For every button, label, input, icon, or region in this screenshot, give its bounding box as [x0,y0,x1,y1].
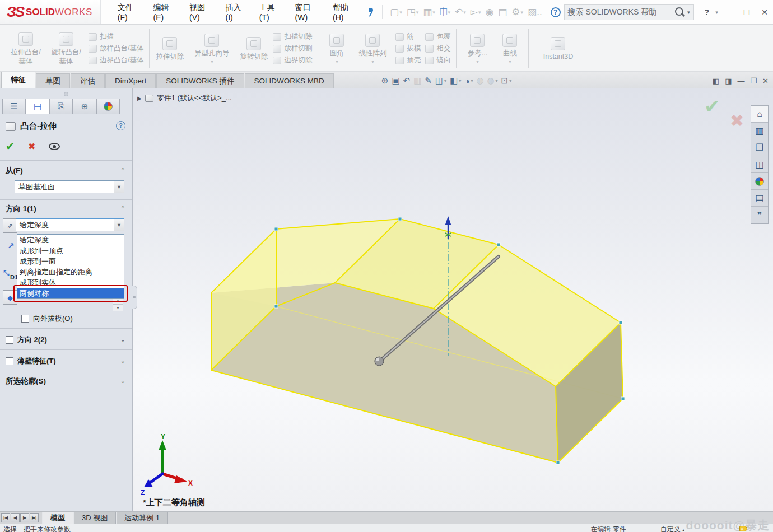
zoom-fit-icon[interactable]: ⊕ [381,76,389,86]
sweep-cut-button[interactable]: 扫描切除 [273,32,312,41]
from-combobox[interactable]: 草图基准面 ▼ [15,180,124,193]
tab-last-icon[interactable]: ▶| [30,513,39,522]
3d-drawing-view-icon[interactable]: ✎ [425,76,432,86]
help-button[interactable]: ? [700,6,715,19]
menu-help[interactable]: 帮助(H) [326,0,360,25]
menu-insert[interactable]: 插入(I) [219,0,250,25]
confirmation-cancel-icon[interactable]: ✖ [730,111,744,130]
rebuild-icon[interactable]: ◉ [483,5,495,19]
tab-next-icon[interactable]: ▶ [20,513,29,522]
draft-toggle-button[interactable]: ◆ [3,290,17,305]
section-direction2[interactable]: 方向 2(2) [6,335,47,345]
tab-configurations-icon[interactable]: ⎘ [49,99,73,114]
expand-dir2-icon[interactable]: ⌄ [120,336,125,343]
help-dropdown-icon[interactable]: ▾ [715,10,718,15]
menu-view[interactable]: 视图(V) [183,0,216,25]
boundary-cut-button[interactable]: 边界切除 [273,55,312,65]
tab-model[interactable]: 模型 [42,512,73,524]
tab-dimxpert[interactable]: DimXpert [105,73,156,88]
wrap-button[interactable]: 包覆 [425,32,450,41]
pane-left-icon[interactable]: ◧ [713,77,719,85]
sweep-button[interactable]: 扫描 [89,32,143,41]
loft-boss-button[interactable]: 放样凸台/基体 [89,44,143,53]
help-circle-icon[interactable]: ? [551,7,561,17]
search-input[interactable]: 搜索 SOLIDWORKS 帮助 ▾ [564,4,694,20]
end-condition-arrow-icon[interactable]: ▼ [114,219,124,231]
options-gear-icon[interactable]: ⚙▾ [510,5,525,19]
doc-close-button[interactable]: ✕ [762,77,769,85]
direction2-checkbox[interactable] [6,336,13,344]
option-up-to-body[interactable]: 成形到实体 [17,277,124,288]
tab-sketch[interactable]: 草图 [36,73,70,88]
appearances-icon[interactable] [751,173,768,190]
menu-window[interactable]: 窗口(W) [288,0,324,25]
forum-icon[interactable]: ❞ [751,207,768,223]
preview-eye-icon[interactable] [49,143,60,150]
from-combo-arrow-icon[interactable]: ▼ [114,181,124,193]
section-view-icon[interactable]: ▥ [413,76,421,86]
save-icon[interactable]: ▦▾ [421,5,437,19]
pm-help-icon[interactable]: ? [116,121,125,130]
tab-dimxpert-manager-icon[interactable]: ⊕ [73,99,96,114]
minimize-button[interactable]: — [719,6,737,19]
select-cursor-icon[interactable]: ▻▾ [469,5,483,19]
option-offset-from-surface[interactable]: 到离指定面指定的距离 [17,267,124,277]
revolve-cut-button[interactable]: 旋转切除 [239,35,268,62]
menu-file[interactable]: 文件(F) [111,0,145,25]
print-icon[interactable]: ⎅▾ [438,6,452,19]
doc-minimize-button[interactable]: — [737,77,744,85]
apply-scene-icon[interactable]: ◍▾ [487,76,497,86]
feature-tree-overlay[interactable]: ▶ 零件1 (默认<<默认>_... [137,93,232,103]
view-palette-icon[interactable]: ◫ [751,156,768,173]
confirmation-ok-icon[interactable]: ✔ [704,95,720,118]
hide-show-items-icon[interactable]: ◑▾ [464,76,473,86]
instant3d-button[interactable]: Instant3D [534,35,581,62]
graphics-viewport[interactable]: ▶ 零件1 (默认<<默认>_... ✔ ✖ [133,88,773,511]
boundary-boss-button[interactable]: 边界凸台/基体 [89,55,143,65]
tab-evaluate[interactable]: 评估 [71,73,105,88]
fillet-button[interactable]: 圆角▾ [324,32,350,65]
draft-outward-checkbox[interactable] [21,315,29,323]
pin-menu-icon[interactable] [364,6,374,18]
maximize-button[interactable]: ☐ [738,6,756,19]
expand-contours-icon[interactable]: ⌄ [120,377,125,385]
option-up-to-vertex[interactable]: 成形到一顶点 [17,245,124,256]
reference-geometry-button[interactable]: 参考...▾ [462,32,492,65]
section-thin-feature[interactable]: 薄壁特征(T) [6,356,56,366]
doc-restore-button[interactable]: ❐ [750,77,757,85]
mirror-button[interactable]: 镜向 [425,55,450,65]
search-icon[interactable] [674,7,685,18]
design-library-icon[interactable]: ▥ [751,123,768,139]
end-condition-combobox[interactable]: 给定深度 ▼ [16,218,124,231]
draft-button[interactable]: 拔模 [395,44,421,53]
pane-right-icon[interactable]: ◨ [725,77,732,85]
tab-prev-icon[interactable]: ◀ [11,513,20,522]
tree-expand-icon[interactable]: ▶ [137,95,142,101]
undo-icon[interactable]: ↶▾ [453,5,468,19]
ok-button[interactable]: ✔ [6,140,15,153]
cancel-button[interactable]: ✖ [28,141,35,152]
panel-collapse-handle[interactable] [132,286,137,309]
option-up-to-surface[interactable]: 成形到一面 [17,256,124,267]
appearance-icon[interactable]: ▨.. [526,5,544,19]
tab-motion-study[interactable]: 运动算例 1 [116,512,168,524]
collapse-from-icon[interactable]: ⌃ [120,167,125,174]
thin-feature-checkbox[interactable] [6,357,13,365]
curves-button[interactable]: 曲线▾ [497,32,523,65]
panel-grip[interactable] [64,92,68,96]
option-blind[interactable]: 给定深度 [17,235,124,245]
search-dropdown-icon[interactable]: ▾ [687,10,690,15]
menu-edit[interactable]: 编辑(E) [147,0,180,25]
custom-properties-icon[interactable]: ▤ [751,190,768,207]
option-mid-plane[interactable]: 两侧对称 [17,288,124,298]
tab-first-icon[interactable]: |◀ [1,513,10,522]
revolve-boss-button[interactable]: 旋转凸台/基体 [48,31,84,66]
section-direction1[interactable]: 方向 1(1) [6,204,36,214]
shell-button[interactable]: 抽壳 [395,55,421,65]
file-properties-icon[interactable]: ▤ [496,5,509,19]
rib-button[interactable]: 筋 [395,32,421,41]
intersect-button[interactable]: 相交 [425,44,450,53]
extrude-cut-button[interactable]: 拉伸切除 [155,35,184,62]
hole-wizard-button[interactable]: 异型孔向导▾ [189,32,235,65]
tree-root-label[interactable]: 零件1 (默认<<默认>_... [157,93,232,103]
